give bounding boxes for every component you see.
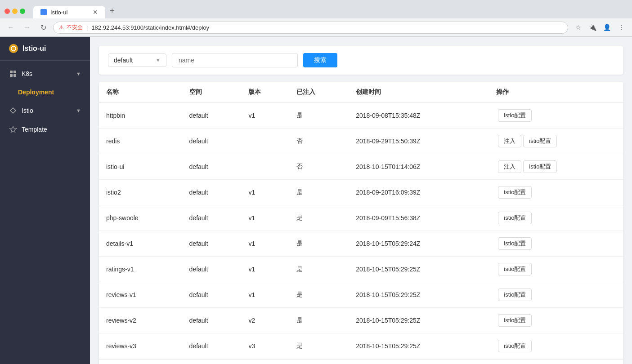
sidebar-item-istio[interactable]: Istio ▼ [0,101,90,120]
k8s-chevron-icon: ▼ [76,71,81,76]
address-bar[interactable]: ⚠ 不安全 | 182.92.244.53:9100/static/index.… [53,22,568,34]
istio-config-button[interactable]: istio配置 [498,340,532,352]
extensions-button[interactable]: 🔌 [586,21,599,34]
actions-cell: 注入istio配置 [489,129,623,154]
cell-1: default [182,129,242,154]
cell-3: 是 [289,257,349,282]
name-input[interactable] [172,53,298,67]
tab-title: Istio-ui [50,9,67,16]
cell-3: 否 [289,154,349,180]
cell-4: 2018-09-09T15:56:38Z [349,205,489,231]
istio-config-button[interactable]: istio配置 [498,212,532,224]
active-tab[interactable]: Istio-ui ✕ [33,6,105,18]
browser-dots [4,9,25,14]
col-injected: 已注入 [289,82,349,103]
cell-0: reviews-v1 [99,282,182,308]
sidebar-item-deployment[interactable]: Deployment [0,83,90,101]
col-created: 创建时间 [349,82,489,103]
table-row: ratings-v1defaultv1是2018-10-15T05:29:25Z… [99,257,623,282]
minimize-dot[interactable] [12,9,18,14]
svg-rect-2 [13,71,16,73]
cell-2: v1 [241,205,289,231]
close-dot[interactable] [4,9,10,14]
insecure-icon: ⚠ [59,24,64,31]
istio-config-button[interactable]: istio配置 [498,263,532,275]
cell-1: default [182,257,242,282]
table-body: httpbindefaultv1是2018-09-08T15:35:48Zist… [99,103,623,359]
istio-config-button[interactable]: istio配置 [498,289,532,301]
istio-config-button[interactable]: istio配置 [523,160,557,173]
actions-cell: 注入istio配置 [489,154,623,180]
bookmark-button[interactable]: ☆ [572,21,584,34]
svg-rect-4 [13,74,16,77]
logo-text: Istio-ui [22,44,46,53]
cell-2: v1 [241,103,289,129]
cell-0: istio-ui [99,154,182,180]
url-text: 182.92.244.53:9100/static/index.html#/de… [91,24,209,31]
url-separator: | [86,24,88,31]
cell-2: v2 [241,308,289,333]
actions-cell: istio配置 [489,282,623,308]
actions-cell: istio配置 [489,180,623,205]
istio-config-button[interactable]: istio配置 [498,314,532,327]
cell-2: v1 [241,231,289,257]
istio-config-button[interactable]: istio配置 [498,186,532,199]
maximize-dot[interactable] [20,9,25,14]
istio-config-button[interactable]: istio配置 [498,237,532,250]
cell-3: 是 [289,333,349,359]
actions-cell: istio配置 [489,257,623,282]
table-row: details-v1defaultv1是2018-10-15T05:29:24Z… [99,231,623,257]
namespace-value: default [114,57,133,64]
inject-button[interactable]: 注入 [498,135,521,147]
cell-4: 2018-09-29T15:50:39Z [349,129,489,154]
deployments-table: 名称 空间 版本 已注入 创建时间 操作 httpbindefaultv1是20… [99,82,623,359]
cell-3: 是 [289,205,349,231]
col-namespace: 空间 [182,82,242,103]
template-icon [9,125,17,133]
svg-rect-1 [10,71,13,73]
cell-4: 2018-10-15T05:29:25Z [349,257,489,282]
menu-button[interactable]: ⋮ [615,21,628,34]
col-actions: 操作 [489,82,623,103]
back-button[interactable]: ← [4,21,17,34]
sidebar-item-label-deployment: Deployment [18,89,81,96]
sidebar-item-template[interactable]: Template [0,120,90,139]
new-tab-button[interactable]: + [105,4,119,18]
reload-button[interactable]: ↻ [37,21,49,34]
table-row: istio2defaultv1是2018-09-20T16:09:39Zisti… [99,180,623,205]
cell-2: v1 [241,257,289,282]
table-row: reviews-v2defaultv2是2018-10-15T05:29:25Z… [99,308,623,333]
istio-config-button[interactable]: istio配置 [523,135,557,147]
cell-3: 是 [289,308,349,333]
sidebar-item-label-template: Template [22,126,81,133]
cell-2 [241,129,289,154]
table-row: redisdefault否2018-09-29T15:50:39Z注入istio… [99,129,623,154]
inject-button[interactable]: 注入 [498,160,521,173]
table-row: php-swooledefaultv1是2018-09-09T15:56:38Z… [99,205,623,231]
col-name: 名称 [99,82,182,103]
actions-cell: istio配置 [489,333,623,359]
cell-0: php-swoole [99,205,182,231]
cell-0: reviews-v3 [99,333,182,359]
istio-config-button[interactable]: istio配置 [498,109,532,122]
cell-3: 否 [289,129,349,154]
actions-cell: istio配置 [489,103,623,129]
cell-2: v1 [241,282,289,308]
cell-3: 是 [289,231,349,257]
svg-rect-3 [10,74,13,77]
deployments-table-container: 名称 空间 版本 已注入 创建时间 操作 httpbindefaultv1是20… [99,82,623,364]
cell-4: 2018-09-08T15:35:48Z [349,103,489,129]
cell-1: default [182,154,242,180]
forward-button[interactable]: → [21,21,33,34]
cell-2 [241,154,289,180]
namespace-select[interactable]: default ▼ [108,53,166,67]
cell-0: details-v1 [99,231,182,257]
search-button[interactable]: 搜索 [303,53,337,67]
cell-0: ratings-v1 [99,257,182,282]
tab-close-button[interactable]: ✕ [93,9,98,16]
cell-2: v1 [241,180,289,205]
istio-chevron-icon: ▼ [76,108,81,113]
profile-button[interactable]: 👤 [601,21,613,34]
sidebar-item-k8s[interactable]: K8s ▼ [0,64,90,83]
cell-4: 2018-10-15T05:29:25Z [349,333,489,359]
